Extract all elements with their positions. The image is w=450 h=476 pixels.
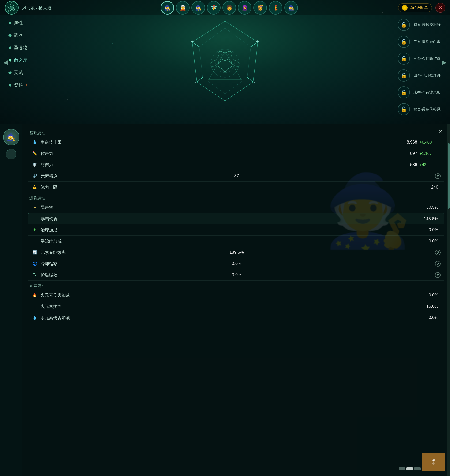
profile-badge: !	[26, 83, 27, 87]
nav-item-talent[interactable]: 天赋	[7, 68, 30, 77]
stat-value-crit-dmg: 145.6%	[424, 216, 438, 221]
stat-name-def: 防御力	[41, 162, 410, 168]
panel-close-icon: ✕	[438, 128, 443, 135]
svg-point-1	[10, 6, 14, 10]
panel-left-btn[interactable]: +	[6, 149, 16, 160]
constellation-lock-3: 🔒	[398, 53, 410, 65]
nav-diamond-profile	[8, 83, 12, 87]
constellation-list: 🔒 初番·茂风流羽行 🔒 二番·朧岛廊白浪 🔒 三番·久世舞夕颜 🔒 四番·花月…	[398, 19, 441, 115]
char-tab-8-icon: 🧜	[269, 1, 282, 14]
page-dot-2[interactable]	[406, 467, 413, 470]
er-icon: 🔄	[32, 250, 38, 256]
stat-name-em: 元素精通	[41, 173, 234, 179]
shield-help-button[interactable]: ?	[435, 272, 441, 278]
er-help-button[interactable]: ?	[435, 250, 441, 255]
char-tab-3-icon: 🧙	[192, 1, 205, 14]
section-title-base: 基础属性	[28, 130, 444, 136]
panel-left-column: 🧙 +	[0, 124, 22, 476]
stat-row-pyro-dmg: 🔥 火元素伤害加成 0.0%	[28, 290, 444, 301]
stat-name-stamina: 体力上限	[41, 184, 431, 190]
nav-label-attributes: 属性	[14, 20, 23, 26]
constellation-name-1: 初番·茂风流羽行	[414, 23, 441, 27]
constellation-item-5[interactable]: 🔒 末番·今昔渡来殿	[398, 86, 441, 98]
char-tab-5[interactable]: 🧑	[222, 1, 236, 15]
stats-panel: 🧙 + ✕ 🧙 基础属性 💧 生命值上限 8,968 +6,460 ✏️ 攻击力…	[0, 124, 450, 476]
char-tab-7[interactable]: 👸	[253, 1, 267, 15]
right-arrow-icon: ▶	[442, 58, 447, 66]
constellation-lock-2: 🔒	[398, 36, 410, 48]
scroll-thumb[interactable]	[448, 143, 450, 209]
stat-row-crit-rate: ✦ 暴击率 80.5%	[28, 202, 444, 213]
close-icon: ✕	[438, 5, 443, 11]
char-tab-2[interactable]: 🧝	[176, 1, 189, 15]
stat-value-crit-rate: 80.5%	[426, 205, 438, 210]
char-tab-7-icon: 👸	[254, 1, 266, 14]
char-tab-1[interactable]: 🧙	[160, 1, 174, 15]
stat-value-healing: 0.0%	[429, 227, 438, 232]
nav-arrow-right[interactable]: ▶	[439, 55, 449, 69]
char-tab-6[interactable]: 🧕	[238, 1, 251, 15]
nav-diamond-attributes	[8, 21, 12, 24]
constellation-name-2: 二番·朧岛廊白浪	[414, 39, 441, 44]
panel-close-button[interactable]: ✕	[436, 127, 445, 136]
constellation-item-3[interactable]: 🔒 三番·久世舞夕颜	[398, 53, 441, 65]
stat-bonus-atk: +1,167	[420, 151, 438, 156]
nav-arrow-left[interactable]: ◀	[1, 55, 11, 69]
constellation-item-1[interactable]: 🔒 初番·茂风流羽行	[398, 19, 441, 31]
bottom-panel-label: 书中	[432, 459, 435, 465]
svg-line-5	[251, 42, 258, 47]
stat-value-hydro-dmg: 0.0%	[429, 315, 438, 320]
game-top-section: 风元素 / 杨大炮 🧙 🧝 🧙 🧚 🧑 🧕 👸	[0, 0, 450, 124]
constellation-name-5: 末番·今昔渡来殿	[414, 90, 441, 95]
top-header: 风元素 / 杨大炮 🧙 🧝 🧙 🧚 🧑 🧕 👸	[0, 0, 450, 15]
em-help-button[interactable]: ?	[435, 173, 441, 179]
cdr-help-button[interactable]: ?	[435, 261, 441, 267]
char-tab-5-icon: 🧑	[223, 1, 236, 14]
constellation-diagram	[178, 14, 272, 113]
stat-value-def: 536	[410, 162, 417, 167]
stat-value-stamina: 240	[431, 185, 438, 190]
game-logo	[5, 1, 19, 15]
gold-amount: 25494521	[409, 5, 428, 10]
char-tab-3[interactable]: 🧙	[191, 1, 205, 15]
stat-value-hp: 8,968	[407, 140, 417, 145]
svg-line-9	[192, 42, 199, 47]
constellation-lock-4: 🔒	[398, 69, 410, 82]
gold-icon	[402, 5, 408, 11]
page-dot-3[interactable]	[414, 467, 421, 470]
constellation-lock-6: 🔒	[398, 103, 410, 115]
constellation-item-6[interactable]: 🔒 祝言·霞幕倚松风	[398, 103, 441, 115]
stat-bonus-def: +42	[420, 162, 438, 167]
nav-item-weapon[interactable]: 武器	[7, 31, 30, 39]
stat-name-pyro-dmg: 火元素伤害加成	[41, 292, 429, 298]
char-tab-4[interactable]: 🧚	[207, 1, 220, 15]
stat-name-cdr: 冷却缩减	[41, 261, 232, 267]
stat-bonus-hp: +6,460	[420, 140, 438, 145]
crit-rate-icon: ✦	[32, 204, 38, 211]
char-tab-9-icon: 🧙	[285, 1, 297, 14]
nav-diamond-talent	[8, 71, 12, 74]
section-title-elemental: 元素属性	[28, 283, 444, 288]
stat-value-pyro-res: 15.0%	[426, 304, 438, 309]
nav-item-profile[interactable]: 资料 !	[7, 81, 30, 89]
page-dot-1[interactable]	[399, 467, 405, 470]
bottom-right-panel[interactable]: 书中	[422, 452, 445, 471]
svg-line-8	[197, 77, 203, 82]
section-title-advanced: 进阶属性	[28, 195, 444, 201]
constellation-item-4[interactable]: 🔒 四番·花月歌浮舟	[398, 69, 441, 82]
stat-name-hp: 生命值上限	[41, 140, 407, 145]
stat-row-hydro-dmg: 💧 水元素伤害加成 0.0%	[28, 312, 444, 323]
close-button[interactable]: ✕	[435, 3, 445, 13]
char-tab-8[interactable]: 🧜	[269, 1, 282, 15]
stat-value-atk: 897	[410, 151, 417, 156]
nav-item-attributes[interactable]: 属性	[7, 19, 30, 27]
char-tab-9[interactable]: 🧙	[284, 1, 298, 15]
stats-main-area: ✕ 🧙 基础属性 💧 生命值上限 8,968 +6,460 ✏️ 攻击力 897…	[22, 124, 450, 476]
stat-name-incoming-healing: 受治疗加成	[41, 238, 429, 244]
nav-item-artifact[interactable]: 圣遗物	[7, 44, 30, 52]
constellation-item-2[interactable]: 🔒 二番·朧岛廊白浪	[398, 36, 441, 48]
stat-row-cdr: 🌀 冷却缩减 0.0% ?	[28, 258, 444, 269]
stat-row-shield: 🛡 护盾强效 0.0% ?	[28, 269, 444, 281]
def-icon: 🛡️	[32, 162, 38, 168]
stat-name-er: 元素充能效率	[41, 250, 230, 255]
